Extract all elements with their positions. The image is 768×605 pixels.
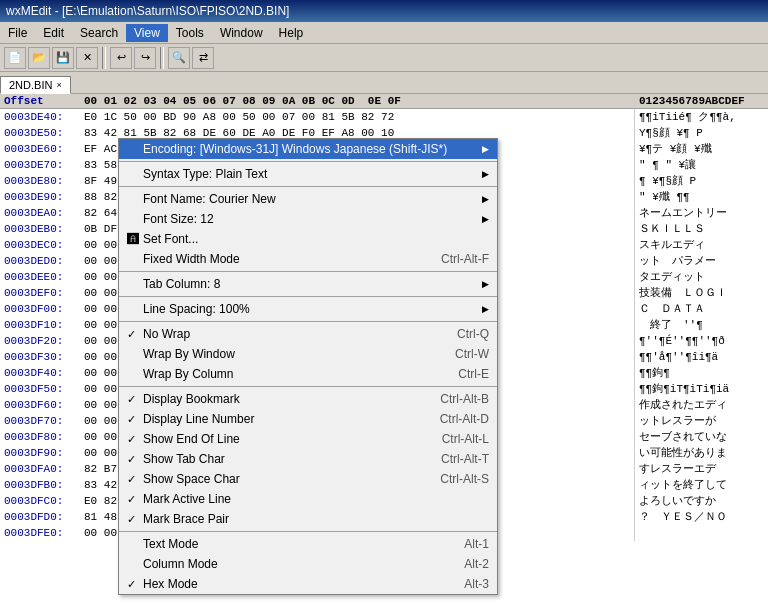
set-font-label: Set Font... <box>143 232 489 246</box>
hex-mode-shortcut: Alt-3 <box>464 577 489 591</box>
bytes-header: 00 01 02 03 04 05 06 07 08 09 0A 0B 0C 0… <box>84 95 634 107</box>
font-name-arrow: ▶ <box>482 194 489 204</box>
wrap-window-label: Wrap By Window <box>143 347 435 361</box>
tab-column-arrow: ▶ <box>482 279 489 289</box>
menu-show-tab[interactable]: ✓ Show Tab Char Ctrl-Alt-T <box>119 449 497 469</box>
title-text: wxMEdit - [E:\Emulation\Saturn\ISO\FPISO… <box>6 4 289 18</box>
menu-column-mode[interactable]: Column Mode Alt-2 <box>119 554 497 574</box>
tab-check: ✓ <box>127 453 143 466</box>
save-button[interactable]: 💾 <box>52 47 74 69</box>
text-mode-label: Text Mode <box>143 537 444 551</box>
line-number-shortcut: Ctrl-Alt-D <box>440 412 489 426</box>
bookmark-check: ✓ <box>127 393 143 406</box>
menu-text-mode[interactable]: Text Mode Alt-1 <box>119 534 497 554</box>
replace-button[interactable]: ⇄ <box>192 47 214 69</box>
file-tab[interactable]: 2ND.BIN × <box>0 76 71 94</box>
menu-encoding[interactable]: Encoding: [Windows-31J] Windows Japanese… <box>119 139 497 159</box>
menu-mark-active-line[interactable]: ✓ Mark Active Line <box>119 489 497 509</box>
sep-2 <box>119 186 497 187</box>
encoding-label: Encoding: [Windows-31J] Windows Japanese… <box>143 142 478 156</box>
menu-display-bookmark[interactable]: ✓ Display Bookmark Ctrl-Alt-B <box>119 389 497 409</box>
active-line-check: ✓ <box>127 493 143 506</box>
bookmark-label: Display Bookmark <box>143 392 420 406</box>
menu-view[interactable]: View <box>126 24 168 42</box>
offset-header: Offset <box>4 95 84 107</box>
font-size-arrow: ▶ <box>482 214 489 224</box>
menu-font-name[interactable]: Font Name: Courier New ▶ <box>119 189 497 209</box>
line-spacing-arrow: ▶ <box>482 304 489 314</box>
view-menu-dropdown: Encoding: [Windows-31J] Windows Japanese… <box>118 138 498 595</box>
brace-check: ✓ <box>127 513 143 526</box>
sep1 <box>102 47 106 69</box>
line-number-check: ✓ <box>127 413 143 426</box>
find-button[interactable]: 🔍 <box>168 47 190 69</box>
menu-wrap-window[interactable]: Wrap By Window Ctrl-W <box>119 344 497 364</box>
syntax-arrow: ▶ <box>482 169 489 179</box>
hex-mode-label: Hex Mode <box>143 577 444 591</box>
column-mode-shortcut: Alt-2 <box>464 557 489 571</box>
sep-4 <box>119 296 497 297</box>
menu-edit[interactable]: Edit <box>35 24 72 42</box>
fixed-width-shortcut: Ctrl-Alt-F <box>441 252 489 266</box>
menu-tab-column[interactable]: Tab Column: 8 ▶ <box>119 274 497 294</box>
close-button[interactable]: ✕ <box>76 47 98 69</box>
menu-wrap-column[interactable]: Wrap By Column Ctrl-E <box>119 364 497 384</box>
tab-label: Show Tab Char <box>143 452 421 466</box>
menu-bar: File Edit Search View Tools Window Help <box>0 22 768 44</box>
menu-search[interactable]: Search <box>72 24 126 42</box>
menu-show-space[interactable]: ✓ Show Space Char Ctrl-Alt-S <box>119 469 497 489</box>
menu-syntax[interactable]: Syntax Type: Plain Text ▶ <box>119 164 497 184</box>
line-spacing-label: Line Spacing: 100% <box>143 302 478 316</box>
new-button[interactable]: 📄 <box>4 47 26 69</box>
menu-display-line-number[interactable]: ✓ Display Line Number Ctrl-Alt-D <box>119 409 497 429</box>
title-bar: wxMEdit - [E:\Emulation\Saturn\ISO\FPISO… <box>0 0 768 22</box>
no-wrap-check: ✓ <box>127 328 143 341</box>
sep-3 <box>119 271 497 272</box>
main-area: Offset 00 01 02 03 04 05 06 07 08 09 0A … <box>0 94 768 605</box>
eol-shortcut: Ctrl-Alt-L <box>442 432 489 446</box>
brace-label: Mark Brace Pair <box>143 512 469 526</box>
column-mode-label: Column Mode <box>143 557 444 571</box>
menu-font-size[interactable]: Font Size: 12 ▶ <box>119 209 497 229</box>
open-button[interactable]: 📂 <box>28 47 50 69</box>
sep-1 <box>119 161 497 162</box>
menu-show-eol[interactable]: ✓ Show End Of Line Ctrl-Alt-L <box>119 429 497 449</box>
tab-label: 2ND.BIN <box>9 79 52 91</box>
menu-file[interactable]: File <box>0 24 35 42</box>
eol-check: ✓ <box>127 433 143 446</box>
menu-set-font[interactable]: 🅰 Set Font... <box>119 229 497 249</box>
font-name-label: Font Name: Courier New <box>143 192 478 206</box>
wrap-column-label: Wrap By Column <box>143 367 438 381</box>
menu-hex-mode[interactable]: ✓ Hex Mode Alt-3 <box>119 574 497 594</box>
set-font-icon: 🅰 <box>127 232 143 246</box>
space-shortcut: Ctrl-Alt-S <box>440 472 489 486</box>
menu-window[interactable]: Window <box>212 24 271 42</box>
menu-help[interactable]: Help <box>271 24 312 42</box>
menu-line-spacing[interactable]: Line Spacing: 100% ▶ <box>119 299 497 319</box>
hex-header: Offset 00 01 02 03 04 05 06 07 08 09 0A … <box>0 94 768 109</box>
menu-no-wrap[interactable]: ✓ No Wrap Ctrl-Q <box>119 324 497 344</box>
active-line-label: Mark Active Line <box>143 492 469 506</box>
tab-shortcut: Ctrl-Alt-T <box>441 452 489 466</box>
text-mode-shortcut: Alt-1 <box>464 537 489 551</box>
menu-mark-brace[interactable]: ✓ Mark Brace Pair <box>119 509 497 529</box>
tab-bar: 2ND.BIN × <box>0 72 768 94</box>
fixed-width-label: Fixed Width Mode <box>143 252 421 266</box>
menu-tools[interactable]: Tools <box>168 24 212 42</box>
space-check: ✓ <box>127 473 143 486</box>
tab-column-label: Tab Column: 8 <box>143 277 478 291</box>
encoding-arrow: ▶ <box>482 144 489 154</box>
line-number-label: Display Line Number <box>143 412 420 426</box>
tab-close-button[interactable]: × <box>56 80 61 90</box>
toolbar: 📄 📂 💾 ✕ ↩ ↪ 🔍 ⇄ <box>0 44 768 72</box>
sep-7 <box>119 531 497 532</box>
hex-mode-check: ✓ <box>127 578 143 591</box>
eol-label: Show End Of Line <box>143 432 422 446</box>
sep-5 <box>119 321 497 322</box>
table-row: 0003DE40:E0 1C 50 00 BD 90 A8 00 50 00 0… <box>0 109 768 125</box>
bookmark-shortcut: Ctrl-Alt-B <box>440 392 489 406</box>
menu-fixed-width[interactable]: Fixed Width Mode Ctrl-Alt-F <box>119 249 497 269</box>
redo-button[interactable]: ↪ <box>134 47 156 69</box>
undo-button[interactable]: ↩ <box>110 47 132 69</box>
sep2 <box>160 47 164 69</box>
